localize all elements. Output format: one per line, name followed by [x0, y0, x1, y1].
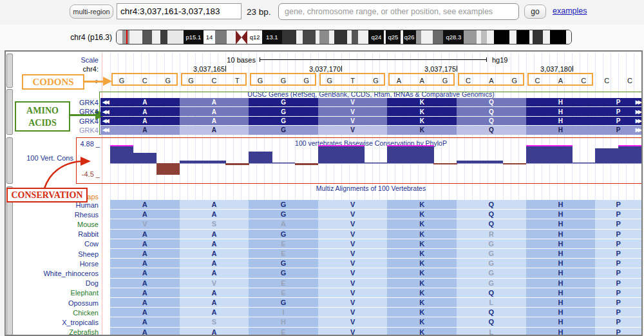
left-scroll-chevrons-icon: ◀◀	[100, 117, 110, 125]
right-scroll-chevrons-icon: ▶▶	[636, 99, 641, 105]
alignment-amino-acid-cell: G	[457, 279, 526, 288]
species-alignment-row: AAGVKGHP	[110, 268, 641, 278]
chromosome-ideogram[interactable]: p15.114q1213.1q24q25q26q28.3	[116, 30, 572, 44]
y-max-label: 4.88 _	[44, 140, 100, 148]
gene-amino-acid-cell: H	[526, 107, 596, 115]
alignment-amino-acid-cell: I	[249, 308, 318, 317]
chrom-row-label: chr4:	[6, 65, 99, 73]
alignment-amino-acid-cell: P	[595, 317, 641, 327]
alignment-amino-acid-cell: A	[110, 308, 180, 317]
chromosome-band	[227, 30, 236, 44]
multi-region-button[interactable]: multi-region	[70, 5, 113, 19]
gene-row-label[interactable]: GRK4	[6, 108, 99, 115]
go-button[interactable]: go	[524, 5, 546, 19]
alignment-amino-acid-cell: H	[526, 279, 596, 288]
chromosome-band	[566, 30, 571, 44]
species-alignment-row: AAGVKQHP	[110, 200, 641, 210]
gene-amino-acid-cell: H	[526, 117, 596, 125]
gene-exon-row[interactable]: ◀◀AAGVKQHP▶▶	[100, 126, 641, 134]
alignment-amino-acid-cell: V	[318, 239, 388, 249]
right-scroll-chevrons-icon: ▶▶	[636, 127, 641, 133]
alignment-amino-acid-cell: K	[387, 268, 457, 278]
gene-amino-acid-cell: V	[318, 107, 388, 115]
alignment-amino-acid-cell: V	[318, 328, 388, 336]
gene-row-label[interactable]: GRK4	[6, 99, 99, 106]
alignment-amino-acid-cell: G	[249, 210, 318, 219]
chromosome-band	[117, 30, 122, 44]
right-scroll-chevrons-icon: ▶▶	[636, 109, 641, 115]
coordinate-tick	[573, 66, 573, 72]
alignment-amino-acid-cell: V	[318, 279, 388, 288]
alignment-amino-acid-cell: V	[110, 219, 180, 229]
alignment-amino-acid-cell: A	[180, 239, 249, 249]
alignment-amino-acid-cell: P	[595, 239, 641, 249]
conservation-bar-positive	[387, 146, 410, 163]
coordinate-label: 3,037,170	[285, 65, 341, 73]
species-alignment-row: AAGVKRHP	[110, 230, 641, 239]
conservation-clip-cap	[526, 145, 549, 147]
chromosome-band	[516, 30, 529, 44]
chromosome-band	[296, 30, 302, 44]
alignment-amino-acid-cell: V	[318, 268, 388, 278]
alignment-amino-acid-cell: A	[180, 210, 249, 219]
conservation-bar-positive	[318, 146, 341, 163]
codon-highlight-box	[111, 73, 178, 86]
alignment-amino-acid-cell: P	[595, 268, 641, 278]
alignment-amino-acid-cell: G	[249, 259, 318, 268]
chromosome-band	[160, 30, 167, 44]
alignment-amino-acid-cell: A	[180, 308, 249, 317]
conservation-bar-positive	[180, 161, 203, 163]
gene-amino-acid-cell: A	[110, 126, 180, 134]
chromosome-label: chr4 (p16.3)	[63, 33, 112, 42]
alignment-amino-acid-cell: K	[387, 317, 457, 327]
species-alignment-row: ASHVKQHP	[110, 317, 641, 327]
base-letter: C	[618, 77, 641, 84]
alignment-amino-acid-cell: S	[180, 219, 249, 229]
scale-value: 10 bases	[199, 56, 256, 64]
conservation-bar-positive	[341, 146, 365, 163]
position-input[interactable]	[117, 3, 242, 19]
gene-amino-acid-cell: A	[180, 107, 249, 115]
chromosome-band	[129, 30, 142, 44]
gene-row-label[interactable]: GRK4	[6, 117, 99, 125]
chromosome-band-q24: q24	[368, 30, 384, 44]
alignment-amino-acid-cell: A	[110, 328, 180, 336]
conservation-bar-positive	[365, 163, 388, 163]
gene-amino-acid-cell: A	[110, 107, 180, 115]
chromosome-band	[487, 30, 494, 44]
alignment-amino-acid-cell: Q	[457, 308, 526, 317]
gene-amino-acid-cell: Q	[457, 98, 526, 106]
alignment-amino-acid-cell: K	[387, 288, 457, 298]
search-input[interactable]	[278, 3, 519, 20]
gene-exon-row[interactable]: ◀◀AAGVKQHP▶▶	[100, 117, 641, 125]
coordinate-tick	[225, 66, 226, 72]
chromosome-band	[167, 30, 184, 44]
alignment-amino-acid-cell: H	[526, 288, 596, 298]
region-size-label: 23 bp.	[247, 7, 271, 17]
gene-exon-row[interactable]: ◀◀AAGVKQHP▶▶	[100, 107, 641, 115]
position-marker	[126, 30, 128, 44]
conservation-bar-positive	[457, 161, 480, 163]
alignment-amino-acid-cell: Q	[457, 317, 526, 327]
gene-exon-row[interactable]: ◀◀AAGVKQHP▶▶	[100, 98, 641, 106]
conservation-bar-positive	[572, 163, 595, 163]
codon-highlight-box	[250, 73, 316, 86]
gene-amino-acid-cell: P▶▶	[595, 126, 641, 134]
conservation-bar-negative	[156, 163, 180, 175]
alignment-amino-acid-cell: G	[249, 200, 318, 210]
conservation-bar-positive	[202, 161, 225, 163]
alignment-amino-acid-cell: A	[110, 298, 180, 308]
species-label: Cow	[6, 240, 99, 248]
conservation-bar-positive	[549, 146, 573, 163]
alignment-amino-acid-cell: K	[387, 259, 457, 268]
chromosome-band	[215, 30, 226, 44]
chromosome-band	[481, 30, 487, 44]
chromosome-band	[358, 30, 368, 44]
conservation-clip-cap	[549, 145, 573, 147]
gene-row-label[interactable]: GRK4	[6, 126, 99, 134]
species-alignment-row: AAGVKLHP	[110, 298, 641, 308]
conservation-bar-negative	[433, 163, 457, 164]
examples-link[interactable]: examples	[553, 6, 587, 15]
conservation-clip-cap	[110, 145, 133, 147]
genes-track-title: UCSC Genes (RefSeq, GenBank, CCDS, Rfam,…	[100, 90, 641, 98]
